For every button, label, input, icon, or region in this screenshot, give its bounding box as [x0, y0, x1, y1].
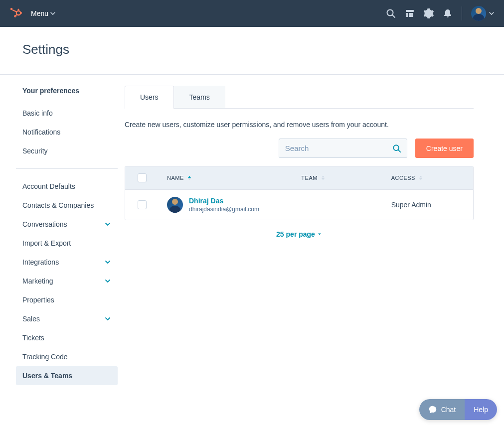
- column-label: ACCESS: [391, 175, 415, 181]
- sidebar-item[interactable]: Security: [16, 142, 118, 160]
- row-checkbox[interactable]: [138, 200, 147, 209]
- tab[interactable]: Users: [125, 86, 174, 108]
- svg-rect-12: [406, 13, 408, 17]
- sidebar-item[interactable]: Notifications: [16, 123, 118, 142]
- sidebar-item-label: Notifications: [22, 128, 60, 136]
- pager-label: 25 per page: [276, 230, 315, 238]
- tab[interactable]: Teams: [174, 86, 225, 108]
- sidebar-item[interactable]: Users & Teams: [16, 366, 118, 385]
- column-label: TEAM: [301, 175, 318, 181]
- hubspot-logo-icon[interactable]: [10, 7, 22, 19]
- settings-sidebar: Your preferences Basic infoNotifications…: [0, 75, 125, 397]
- settings-gear-icon[interactable]: [424, 8, 434, 18]
- sidebar-section-heading: Your preferences: [16, 87, 118, 95]
- sort-icon: [418, 175, 423, 180]
- main-content: UsersTeams Create new users, customize u…: [125, 75, 474, 397]
- chevron-down-icon: [50, 11, 55, 16]
- sidebar-item-label: Basic info: [22, 109, 53, 117]
- divider: [462, 6, 462, 20]
- sidebar-item[interactable]: Account Defaults: [16, 177, 118, 196]
- svg-rect-11: [406, 10, 414, 12]
- column-header-access[interactable]: ACCESS: [383, 166, 473, 189]
- tabs: UsersTeams: [125, 86, 474, 109]
- sidebar-item[interactable]: Properties: [16, 290, 118, 309]
- sidebar-item[interactable]: Contacts & Companies: [16, 196, 118, 215]
- select-all-checkbox[interactable]: [138, 173, 147, 182]
- column-label: NAME: [167, 175, 184, 181]
- sidebar-item-label: Users & Teams: [22, 372, 72, 380]
- chevron-down-icon: [104, 315, 111, 322]
- sidebar-item-label: Contacts & Companies: [22, 201, 94, 209]
- sidebar-item-label: Marketing: [22, 277, 53, 285]
- main-menu-button[interactable]: Menu: [31, 9, 55, 17]
- search-input[interactable]: [279, 139, 407, 158]
- sort-icon: [321, 175, 326, 180]
- sidebar-item[interactable]: Integrations: [16, 253, 118, 272]
- sidebar-item-label: Tracking Code: [22, 353, 68, 361]
- search-box: [279, 139, 407, 158]
- svg-rect-13: [409, 13, 411, 17]
- caret-down-icon: [317, 232, 322, 237]
- section-description: Create new users, customize user permiss…: [125, 109, 474, 139]
- column-header-name[interactable]: NAME: [159, 166, 293, 189]
- table-row: Dhiraj Dasdhirajdasindia@gmail.comSuper …: [125, 190, 473, 220]
- svg-line-6: [12, 10, 17, 12]
- sidebar-item[interactable]: Sales: [16, 309, 118, 328]
- sidebar-item-label: Conversations: [22, 220, 67, 228]
- user-access: Super Admin: [383, 190, 473, 220]
- user-team: [293, 190, 383, 220]
- sidebar-item-label: Tickets: [22, 334, 44, 342]
- account-menu[interactable]: [471, 6, 494, 21]
- chevron-down-icon: [104, 221, 111, 228]
- sidebar-item[interactable]: Basic info: [16, 104, 118, 123]
- notifications-bell-icon[interactable]: [443, 8, 453, 18]
- svg-line-10: [392, 15, 395, 17]
- svg-point-3: [10, 8, 12, 10]
- top-navbar: Menu: [0, 0, 504, 27]
- search-icon[interactable]: [386, 8, 396, 18]
- sidebar-item-label: Account Defaults: [22, 182, 75, 190]
- chevron-down-icon: [489, 11, 494, 16]
- sidebar-item[interactable]: Marketing: [16, 272, 118, 290]
- sidebar-item-label: Import & Export: [22, 239, 71, 247]
- menu-label: Menu: [31, 9, 48, 17]
- sort-asc-icon: [187, 175, 192, 180]
- create-user-button[interactable]: Create user: [415, 139, 474, 158]
- page-header: Settings: [0, 27, 504, 75]
- search-icon: [392, 144, 401, 153]
- table-header-row: NAME TEAM ACCESS: [125, 166, 473, 190]
- column-header-team[interactable]: TEAM: [293, 166, 383, 189]
- sidebar-item[interactable]: Import & Export: [16, 234, 118, 253]
- sidebar-item[interactable]: Conversations: [16, 215, 118, 234]
- page-size-selector[interactable]: 25 per page: [276, 230, 322, 238]
- user-avatar-icon: [471, 6, 486, 21]
- sidebar-item-label: Integrations: [22, 258, 59, 266]
- sidebar-item[interactable]: Tickets: [16, 328, 118, 347]
- user-name-link[interactable]: Dhiraj Das: [189, 197, 259, 205]
- page-title: Settings: [22, 42, 482, 57]
- sidebar-item[interactable]: Tracking Code: [16, 347, 118, 366]
- sidebar-divider: [16, 168, 118, 169]
- user-avatar-icon: [167, 197, 183, 213]
- user-email: dhirajdasindia@gmail.com: [189, 206, 259, 213]
- svg-rect-14: [411, 13, 413, 17]
- marketplace-icon[interactable]: [405, 8, 415, 18]
- sidebar-item-label: Sales: [22, 315, 40, 323]
- sidebar-item-label: Properties: [22, 296, 54, 304]
- svg-point-1: [17, 8, 19, 10]
- chevron-down-icon: [104, 278, 111, 285]
- svg-line-16: [398, 149, 401, 152]
- chevron-down-icon: [104, 259, 111, 266]
- users-table: NAME TEAM ACCESS Dhiraj Dasdhirajdasindi…: [125, 166, 474, 220]
- svg-point-8: [14, 15, 16, 17]
- sidebar-item-label: Security: [22, 147, 48, 155]
